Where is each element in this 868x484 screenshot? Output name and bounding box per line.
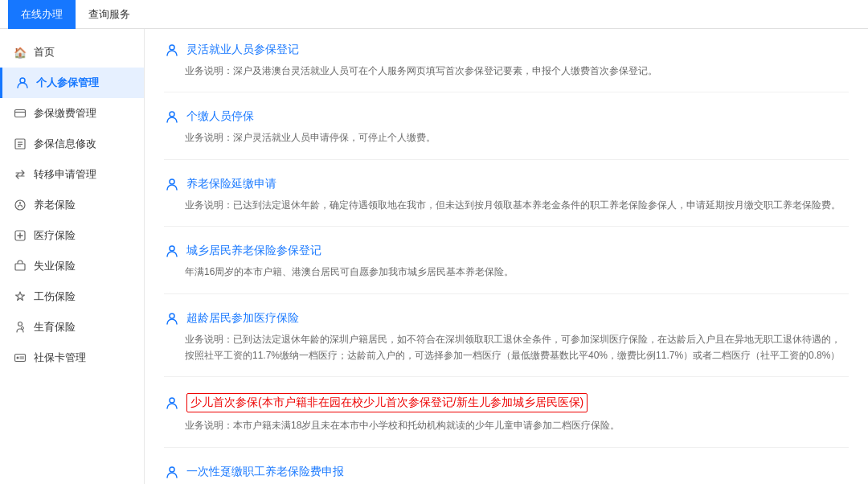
service-person-icon bbox=[164, 395, 180, 411]
service-person-icon bbox=[164, 310, 180, 326]
svg-rect-12 bbox=[15, 264, 25, 270]
payment-icon bbox=[13, 106, 27, 121]
svg-point-0 bbox=[20, 78, 25, 83]
svg-point-8 bbox=[19, 202, 21, 203]
service-item-children-first: 少儿首次参保(本市户籍非在园在校少儿首次参保登记/新生儿参加城乡居民医保) 业务… bbox=[164, 393, 849, 447]
service-person-icon bbox=[164, 109, 180, 125]
service-person-icon bbox=[164, 176, 180, 192]
service-item-individual-stop: 个缴人员停保 业务说明：深户灵活就业人员申请停保，可停止个人缴费。 bbox=[164, 109, 849, 159]
sidebar-item-pension[interactable]: 养老保险 bbox=[0, 190, 144, 220]
sidebar-item-social-card[interactable]: 社保卡管理 bbox=[0, 342, 144, 373]
svg-point-19 bbox=[170, 45, 174, 50]
edit-icon bbox=[13, 137, 27, 151]
main-layout: 🏠 首页 个人参保管理 参保缴费管理 bbox=[0, 29, 868, 484]
svg-point-23 bbox=[170, 314, 174, 318]
svg-point-13 bbox=[18, 322, 23, 326]
sidebar-item-payment-mgmt[interactable]: 参保缴费管理 bbox=[0, 98, 144, 129]
service-title-row: 养老保险延缴申请 bbox=[164, 176, 849, 192]
sidebar-item-home[interactable]: 🏠 首页 bbox=[0, 37, 144, 68]
service-title-pension-extend[interactable]: 养老保险延缴申请 bbox=[186, 177, 276, 191]
service-title-super-age-medical[interactable]: 超龄居民参加医疗保险 bbox=[186, 311, 299, 326]
service-person-icon bbox=[164, 243, 180, 259]
service-item-super-age-medical: 超龄居民参加医疗保险 业务说明：已到达法定退休年龄的深圳户籍居民，如不符合在深圳… bbox=[164, 310, 849, 378]
service-desc-super-age-medical: 业务说明：已到达法定退休年龄的深圳户籍居民，如不符合在深圳领取职工退休全条件，可… bbox=[164, 331, 849, 364]
person-icon bbox=[15, 76, 30, 90]
service-title-children-first[interactable]: 少儿首次参保(本市户籍非在园在校少儿首次参保登记/新生儿参加城乡居民医保) bbox=[186, 393, 588, 412]
svg-point-25 bbox=[170, 467, 174, 472]
service-title-row: 超龄居民参加医疗保险 bbox=[164, 310, 849, 326]
sidebar-label-unemployment: 失业保险 bbox=[34, 259, 76, 273]
service-desc-pension-extend: 业务说明：已达到法定退休年龄，确定待遇领取地在我市，但未达到按月领取基本养老金条… bbox=[164, 197, 849, 213]
service-title-one-time-pension[interactable]: 一次性趸缴职工养老保险费申报 bbox=[186, 465, 344, 479]
sidebar-item-maternity[interactable]: 生育保险 bbox=[0, 312, 144, 342]
maternity-icon bbox=[13, 320, 27, 334]
sidebar-label-info-change: 参保信息修改 bbox=[34, 137, 96, 151]
service-title-row: 少儿首次参保(本市户籍非在园在校少儿首次参保登记/新生儿参加城乡居民医保) bbox=[164, 393, 849, 412]
sidebar-item-personal-insurance[interactable]: 个人参保管理 bbox=[0, 68, 144, 98]
medical-icon bbox=[13, 228, 27, 243]
svg-point-16 bbox=[17, 357, 19, 359]
sidebar-label-personal-insurance: 个人参保管理 bbox=[36, 76, 99, 90]
service-title-row: 一次性趸缴职工养老保险费申报 bbox=[164, 464, 849, 480]
service-title-individual-stop[interactable]: 个缴人员停保 bbox=[186, 109, 254, 124]
service-item-pension-extend: 养老保险延缴申请 业务说明：已达到法定退休年龄，确定待遇领取地在我市，但未达到按… bbox=[164, 176, 849, 227]
tab-online-service[interactable]: 在线办理 bbox=[8, 0, 76, 29]
service-person-icon bbox=[164, 464, 180, 480]
sidebar-label-home: 首页 bbox=[34, 45, 55, 59]
top-navigation: 在线办理 查询服务 bbox=[0, 0, 868, 29]
tab-query-service[interactable]: 查询服务 bbox=[76, 0, 143, 29]
svg-point-22 bbox=[170, 246, 174, 251]
service-title-urban-rural-pension[interactable]: 城乡居民养老保险参保登记 bbox=[186, 244, 321, 258]
sidebar-label-transfer-mgmt: 转移申请管理 bbox=[34, 167, 96, 182]
work-injury-icon bbox=[13, 289, 27, 304]
service-person-icon bbox=[164, 42, 180, 58]
sidebar: 🏠 首页 个人参保管理 参保缴费管理 bbox=[0, 29, 145, 484]
svg-point-21 bbox=[170, 179, 174, 184]
pension-icon bbox=[13, 198, 27, 212]
sidebar-label-maternity: 生育保险 bbox=[34, 320, 76, 334]
service-title-row: 个缴人员停保 bbox=[164, 109, 849, 125]
service-title-row: 城乡居民养老保险参保登记 bbox=[164, 243, 849, 259]
sidebar-label-work-injury: 工伤保险 bbox=[34, 289, 76, 304]
card-icon bbox=[13, 351, 27, 365]
service-desc-individual-stop: 业务说明：深户灵活就业人员申请停保，可停止个人缴费。 bbox=[164, 129, 849, 146]
sidebar-item-medical[interactable]: 医疗保险 bbox=[0, 220, 144, 251]
sidebar-item-info-change[interactable]: 参保信息修改 bbox=[0, 129, 144, 159]
service-item-urban-rural-pension: 城乡居民养老保险参保登记 年满16周岁的本市户籍、港澳台居民可自愿参加我市城乡居… bbox=[164, 243, 849, 293]
home-icon: 🏠 bbox=[13, 45, 27, 59]
sidebar-label-social-card: 社保卡管理 bbox=[34, 351, 86, 365]
sidebar-label-medical: 医疗保险 bbox=[34, 228, 76, 243]
sidebar-label-payment-mgmt: 参保缴费管理 bbox=[34, 106, 96, 121]
svg-rect-1 bbox=[15, 110, 26, 117]
sidebar-item-transfer-mgmt[interactable]: 转移申请管理 bbox=[0, 159, 144, 190]
svg-rect-15 bbox=[15, 355, 26, 362]
svg-point-14 bbox=[22, 327, 24, 330]
service-desc-children-first: 业务说明：本市户籍未满18岁且未在本市中小学校和托幼机构就读的少年儿童申请参加二… bbox=[164, 417, 849, 433]
sidebar-item-unemployment[interactable]: 失业保险 bbox=[0, 251, 144, 281]
service-desc-urban-rural-pension: 年满16周岁的本市户籍、港澳台居民可自愿参加我市城乡居民基本养老保险。 bbox=[164, 264, 849, 280]
service-title-row: 灵活就业人员参保登记 bbox=[164, 42, 849, 58]
svg-point-20 bbox=[170, 112, 174, 117]
sidebar-item-work-injury[interactable]: 工伤保险 bbox=[0, 281, 144, 312]
content-area: 灵活就业人员参保登记 业务说明：深户及港澳台灵活就业人员可在个人服务网页填写首次… bbox=[145, 29, 868, 484]
transfer-icon bbox=[13, 167, 27, 182]
unemployment-icon bbox=[13, 259, 27, 273]
svg-point-24 bbox=[170, 398, 174, 403]
service-title-flexible-employment[interactable]: 灵活就业人员参保登记 bbox=[186, 43, 299, 57]
service-item-one-time-pension: 一次性趸缴职工养老保险费申报 业务说明：已达到法定退休年龄，确定待遇领取地在我市… bbox=[164, 464, 849, 484]
sidebar-label-pension: 养老保险 bbox=[34, 198, 76, 212]
service-item-flexible-employment: 灵活就业人员参保登记 业务说明：深户及港澳台灵活就业人员可在个人服务网页填写首次… bbox=[164, 42, 849, 92]
service-desc-flexible-employment: 业务说明：深户及港澳台灵活就业人员可在个人服务网页填写首次参保登记要素，申报个人… bbox=[164, 63, 849, 79]
